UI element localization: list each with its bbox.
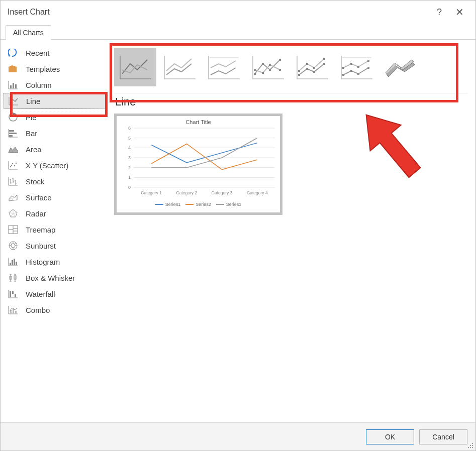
category-label: Waterfall	[26, 290, 55, 298]
svg-rect-18	[14, 259, 15, 265]
svg-point-8	[12, 163, 14, 165]
svg-rect-6	[9, 135, 13, 137]
svg-rect-16	[10, 263, 11, 265]
subtype-stacked-line[interactable]	[158, 48, 201, 86]
category-histogram[interactable]: Histogram	[4, 254, 107, 270]
svg-rect-35	[279, 69, 281, 71]
tab-strip: All Charts	[1, 24, 475, 40]
svg-text:Category 1: Category 1	[141, 190, 162, 195]
category-treemap[interactable]: Treemap	[4, 221, 107, 238]
preview-plot: 0123456Category 1Category 2Category 3Cat…	[117, 125, 280, 199]
category-waterfall[interactable]: Waterfall	[4, 286, 107, 302]
subtype-stacked-line-markers[interactable]	[291, 48, 333, 86]
category-surface[interactable]: Surface	[4, 189, 107, 205]
subtype-100-stacked-line[interactable]	[203, 48, 245, 86]
category-column[interactable]: Column	[4, 77, 107, 93]
svg-rect-49	[350, 63, 352, 65]
dialog-content: Recent Templates Column	[1, 40, 475, 422]
category-label: Recent	[26, 49, 50, 57]
chart-preview-thumbnail[interactable]: Chart Title 0123456Category 1Category 2C…	[114, 114, 282, 215]
svg-rect-39	[323, 63, 325, 65]
svg-rect-43	[323, 58, 325, 60]
category-stock[interactable]: Stock	[4, 173, 107, 189]
chart-category-sidebar: Recent Templates Column	[1, 40, 110, 422]
svg-rect-29	[262, 63, 264, 65]
category-recent[interactable]: Recent	[4, 45, 107, 61]
svg-rect-27	[15, 311, 17, 313]
svg-text:Category 2: Category 2	[176, 190, 198, 195]
subtype-line[interactable]	[114, 48, 156, 86]
svg-rect-46	[357, 73, 359, 75]
category-area[interactable]: Area	[4, 141, 107, 157]
templates-icon	[8, 63, 19, 74]
category-radar[interactable]: Radar	[4, 205, 107, 221]
radar-icon	[8, 208, 19, 219]
dialog-footer: OK Cancel	[1, 422, 475, 450]
ok-button[interactable]: OK	[366, 429, 414, 444]
svg-rect-72	[472, 445, 473, 446]
svg-rect-38	[313, 71, 315, 73]
category-line[interactable]: Line	[4, 93, 107, 109]
svg-rect-28	[254, 73, 256, 75]
svg-text:1: 1	[128, 175, 131, 180]
category-combo[interactable]: Combo	[4, 302, 107, 318]
category-label: Surface	[26, 193, 52, 202]
close-button[interactable]: ✕	[449, 2, 469, 22]
svg-rect-45	[350, 70, 352, 72]
svg-point-7	[10, 166, 12, 168]
cancel-button[interactable]: Cancel	[419, 429, 467, 444]
category-label: Box & Whisker	[26, 274, 75, 282]
svg-text:0: 0	[128, 185, 131, 190]
svg-rect-1	[13, 83, 14, 88]
svg-rect-44	[342, 74, 344, 76]
svg-rect-33	[262, 72, 264, 74]
svg-rect-47	[367, 67, 369, 69]
legend-series3: Series3	[216, 202, 242, 207]
svg-rect-50	[357, 66, 359, 68]
svg-point-9	[14, 165, 16, 167]
category-label: Sunburst	[26, 242, 56, 250]
histogram-icon	[8, 256, 19, 267]
surface-icon	[8, 192, 19, 203]
svg-point-10	[16, 163, 17, 164]
svg-rect-24	[15, 294, 16, 297]
stock-icon	[8, 176, 19, 187]
legend-series1: Series1	[155, 202, 181, 207]
svg-text:2: 2	[128, 165, 131, 170]
svg-rect-41	[306, 63, 308, 65]
combo-icon	[8, 304, 19, 315]
svg-rect-30	[269, 69, 271, 71]
category-templates[interactable]: Templates	[4, 61, 107, 77]
category-bar[interactable]: Bar	[4, 125, 107, 141]
titlebar: Insert Chart ? ✕	[1, 1, 475, 24]
line-icon	[8, 95, 19, 106]
svg-text:6: 6	[128, 126, 131, 131]
svg-rect-22	[10, 291, 11, 297]
svg-rect-70	[472, 443, 473, 444]
category-pie[interactable]: Pie	[4, 109, 107, 125]
svg-rect-73	[468, 447, 469, 448]
category-boxwhisker[interactable]: Box & Whisker	[4, 270, 107, 286]
column-icon	[8, 79, 19, 90]
resize-grip-icon[interactable]	[467, 442, 474, 449]
insert-chart-dialog: Insert Chart ? ✕ All Charts Recent	[0, 0, 476, 451]
svg-rect-32	[254, 69, 256, 71]
subtype-line-markers[interactable]	[247, 48, 289, 86]
svg-rect-2	[15, 84, 17, 88]
divider	[114, 93, 467, 93]
help-button[interactable]: ?	[429, 2, 449, 22]
svg-rect-4	[9, 130, 14, 132]
chart-subtype-row	[114, 45, 467, 90]
svg-text:5: 5	[128, 136, 131, 141]
subtype-title: Line	[115, 95, 467, 108]
subtype-3d-line[interactable]	[379, 48, 422, 86]
category-sunburst[interactable]: Sunburst	[4, 238, 107, 254]
category-scatter[interactable]: X Y (Scatter)	[4, 157, 107, 173]
category-label: Stock	[26, 177, 45, 186]
tab-all-charts[interactable]: All Charts	[6, 25, 51, 40]
svg-rect-40	[298, 70, 300, 72]
subtype-100-stacked-line-markers[interactable]	[335, 48, 377, 86]
preview-legend: Series1 Series2 Series3	[117, 202, 280, 207]
area-icon	[8, 144, 19, 155]
category-label: Radar	[26, 209, 46, 218]
